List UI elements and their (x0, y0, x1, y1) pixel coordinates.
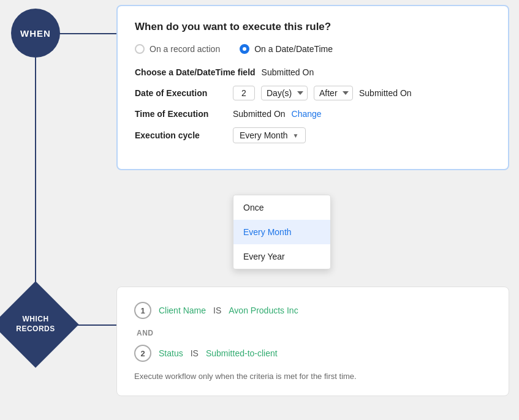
exec-cycle-dropdown[interactable]: Every Month ▼ (233, 127, 306, 143)
when-node: WHEN (11, 9, 60, 58)
criteria-field-2: Status (159, 348, 183, 358)
when-node-label: WHEN (20, 28, 51, 39)
time-exec-value: Submitted On (233, 109, 286, 119)
criteria-number-1: 1 (134, 302, 151, 319)
criteria-val-2: Submitted-to-client (206, 348, 278, 358)
date-field-label: Choose a Date/DateTime field (135, 67, 256, 77)
which-node-inner: WHICH RECORDS (5, 294, 66, 355)
criteria-row-2: 2 Status IS Submitted-to-client (134, 345, 491, 362)
time-exec-change-link[interactable]: Change (292, 109, 322, 119)
radio-record-action[interactable]: On a record action (135, 44, 220, 54)
date-exec-label: Date of Execution (135, 88, 227, 98)
which-panel: 1 Client Name IS Avon Products Inc AND 2… (116, 287, 509, 396)
dropdown-item-every-year[interactable]: Every Year (233, 244, 330, 269)
chevron-down-icon: ▼ (293, 132, 299, 139)
date-field-value: Submitted On (262, 67, 314, 77)
date-exec-number-input[interactable] (233, 86, 255, 100)
radio-circle-date-time[interactable] (240, 44, 249, 54)
exec-cycle-label: Execution cycle (135, 130, 227, 140)
exec-cycle-menu: Once Every Month Every Year (233, 195, 331, 269)
criteria-field-1: Client Name (159, 306, 206, 315)
date-exec-reference: Submitted On (359, 88, 412, 98)
criteria-op-2: IS (191, 348, 199, 358)
connector-vertical-top (35, 58, 36, 217)
criteria-op-1: IS (213, 306, 221, 315)
date-field-row: Choose a Date/DateTime field Submitted O… (135, 67, 491, 77)
time-exec-row: Time of Execution Submitted On Change (135, 109, 491, 119)
time-exec-label: Time of Execution (135, 109, 227, 119)
radio-circle-record-action[interactable] (135, 44, 145, 54)
exec-cycle-row: Execution cycle Every Month ▼ (135, 127, 491, 143)
when-panel: When do you want to execute this rule? O… (116, 5, 509, 170)
date-exec-direction-select[interactable]: After (314, 86, 353, 100)
criteria-val-1: Avon Products Inc (229, 306, 298, 315)
execute-note: Execute workflow only when the criteria … (134, 372, 491, 381)
radio-label-record-action: On a record action (150, 44, 220, 54)
dropdown-item-every-month[interactable]: Every Month (233, 220, 330, 244)
date-exec-row: Date of Execution Day(s) After Submitted… (135, 86, 491, 100)
date-exec-unit-select[interactable]: Day(s) (261, 86, 308, 100)
radio-label-date-time: On a Date/DateTime (254, 44, 333, 54)
radio-row: On a record action On a Date/DateTime (135, 44, 491, 54)
exec-cycle-value: Every Month (240, 130, 288, 140)
criteria-number-2: 2 (134, 345, 151, 362)
dropdown-item-once[interactable]: Once (233, 195, 330, 220)
and-label: AND (137, 329, 491, 337)
radio-date-time[interactable]: On a Date/DateTime (240, 44, 333, 54)
which-node-label: WHICH RECORDS (16, 315, 55, 334)
criteria-row-1: 1 Client Name IS Avon Products Inc (134, 302, 491, 319)
when-question: When do you want to execute this rule? (135, 21, 491, 33)
